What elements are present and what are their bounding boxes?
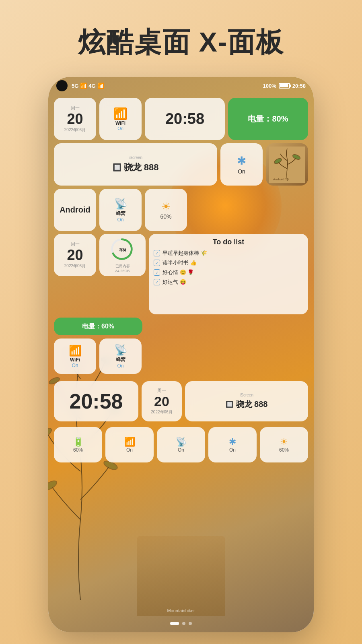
todo-item-4[interactable]: 好运气 😝 <box>154 279 186 286</box>
battery-green2-label: 电量：60% <box>82 322 114 331</box>
status-time: 20:58 <box>292 83 306 89</box>
svg-text:Android 10: Android 10 <box>273 178 289 181</box>
storage-circle: 存储 <box>110 237 136 263</box>
clock-widget[interactable]: 20:58 <box>145 98 225 140</box>
phone-screen: 5G 📶 4G 📶 100% 20:58 周一 20 2022年06月 <box>48 77 314 632</box>
brightness-ctrl-value: 60% <box>279 447 289 453</box>
cellular-ctrl-widget[interactable]: 📡 On <box>157 427 205 462</box>
signal-bars: 📶 <box>80 83 87 89</box>
cellular-widget[interactable]: 📡 蜂窝 On <box>99 189 142 231</box>
clock-lg-time: 20:58 <box>70 389 123 413</box>
month-label: 2022年06月 <box>64 127 86 133</box>
bluetooth-widget[interactable]: ✱ On <box>220 143 263 186</box>
chip2-icon: 🔲 <box>226 400 234 408</box>
battery-green-widget[interactable]: 电量：80% <box>228 98 308 140</box>
storage-inner-label: 存储 <box>119 248 126 253</box>
cellular-ctrl-status: On <box>178 447 184 453</box>
storage-used: 已用内容 <box>115 264 130 269</box>
phone-frame: 5G 📶 4G 📶 100% 20:58 周一 20 2022年06月 <box>48 77 314 632</box>
widgets-area: 周一 20 2022年06月 📶 WiFi On 20:58 电量：80% <box>54 98 308 234</box>
widget-row-2: iScreen 🔲 骁龙 888 ✱ On <box>54 143 308 186</box>
brightness-ctrl-widget[interactable]: ☀ 60% <box>260 427 308 462</box>
storage-widget[interactable]: 存储 已用内容 34.25GB <box>99 234 146 276</box>
svg-point-2 <box>48 427 53 439</box>
todo-item-3[interactable]: 好心情 😊 🌹 <box>154 269 194 276</box>
section2-row2: 电量：60% <box>54 318 308 335</box>
wifi2-widget[interactable]: 📶 WiFi On <box>54 339 96 374</box>
calendar2-dayname: 周一 <box>71 241 80 247</box>
chip2-info: 🔲 骁龙 888 <box>226 399 268 410</box>
section3: 20:58 周一 20 2022年06月 iScreen 🔲 骁龙 888 <box>54 381 308 425</box>
iscreen2-label: iScreen <box>240 393 253 397</box>
day-name: 周一 <box>71 105 80 111</box>
todo-check-2 <box>154 260 160 266</box>
chip-name: 骁龙 888 <box>124 161 159 173</box>
wifi-ctrl-status: On <box>126 447 133 453</box>
photo-widget[interactable]: Android 10 <box>266 143 308 186</box>
controls-row: 🔋 60% 📶 On 📡 On ✱ On ☀ 60% <box>54 427 308 462</box>
dot-3[interactable] <box>189 622 192 625</box>
cellular-icon: 📡 <box>114 198 127 210</box>
battery-fill <box>280 84 288 87</box>
page-title: 炫酷桌面 X-面板 <box>78 24 284 61</box>
todo-check-1 <box>154 250 160 256</box>
dot-1[interactable] <box>170 622 179 625</box>
clock-lg-widget[interactable]: 20:58 <box>54 381 138 421</box>
wifi-widget[interactable]: 📶 WiFi On <box>99 98 142 140</box>
battery-green2-widget[interactable]: 电量：60% <box>54 318 142 335</box>
bt-ctrl-icon: ✱ <box>229 437 236 447</box>
android-text: Android <box>60 205 90 215</box>
battery-ctrl-icon: 🔋 <box>73 437 84 447</box>
battery-pct: 100% <box>263 83 276 89</box>
cellular-status: On <box>117 217 123 223</box>
page-dots <box>170 622 192 625</box>
svg-point-0 <box>48 479 58 492</box>
calendar-widget[interactable]: 周一 20 2022年06月 <box>54 98 96 140</box>
signal-5g: 5G <box>72 83 78 89</box>
camera-hole <box>56 80 68 91</box>
wifi-name: WiFi <box>115 120 125 126</box>
calendar2-daynum: 20 <box>67 248 83 262</box>
status-right: 100% 20:58 <box>263 83 306 89</box>
status-bar: 5G 📶 4G 📶 100% 20:58 <box>48 77 314 95</box>
todo-text-2: 读半小时书 👍 <box>162 259 197 266</box>
snapdragon2-widget[interactable]: iScreen 🔲 骁龙 888 <box>185 381 308 421</box>
bt-ctrl-widget[interactable]: ✱ On <box>208 427 257 462</box>
chip-icon: 🔲 <box>113 163 121 172</box>
bt-ctrl-status: On <box>229 447 236 453</box>
storage-size: 34.25GB <box>115 269 130 273</box>
calendar2-widget[interactable]: 周一 20 2022年06月 <box>54 234 96 276</box>
calendar3-dayname: 周一 <box>157 388 166 394</box>
section3-row1: 20:58 周一 20 2022年06月 iScreen 🔲 骁龙 888 <box>54 381 308 421</box>
wifi2-name: WiFi <box>70 357 80 363</box>
bluetooth-icon: ✱ <box>237 154 246 167</box>
iscreen-label: iScreen <box>129 155 142 160</box>
cellular2-status: On <box>117 363 123 369</box>
todo-item-1[interactable]: 早睡早起身体棒 🌾 <box>154 250 207 257</box>
calendar3-month: 2022年06月 <box>151 409 172 415</box>
chip2-name: 骁龙 888 <box>236 399 268 410</box>
status-left: 5G 📶 4G 📶 <box>56 80 104 91</box>
brightness-value: 60% <box>160 213 171 220</box>
calendar3-widget[interactable]: 周一 20 2022年06月 <box>142 381 182 421</box>
cellular2-name: 蜂窝 <box>116 356 125 363</box>
wifi-ctrl-widget[interactable]: 📶 On <box>105 427 154 462</box>
todo-widget[interactable]: To do list 早睡早起身体棒 🌾 读半小时书 👍 好心情 😊 🌹 <box>149 234 308 314</box>
dot-2[interactable] <box>182 622 185 625</box>
wifi-ctrl-icon: 📶 <box>124 437 135 447</box>
signal-bars2: 📶 <box>97 83 104 89</box>
battery-ctrl-widget[interactable]: 🔋 60% <box>54 427 102 462</box>
section4: 🔋 60% 📶 On 📡 On ✱ On ☀ 60% <box>54 427 308 466</box>
vase-label: Mountainhiker <box>167 608 195 613</box>
clock-time: 20:58 <box>165 110 204 128</box>
wifi-status: On <box>117 126 123 131</box>
brightness-widget[interactable]: ☀ 60% <box>145 189 187 231</box>
android-widget[interactable]: Android <box>54 189 96 231</box>
todo-item-2[interactable]: 读半小时书 👍 <box>154 259 197 266</box>
brightness-ctrl-icon: ☀ <box>280 437 288 447</box>
brightness-icon: ☀ <box>161 200 171 213</box>
snapdragon-widget[interactable]: iScreen 🔲 骁龙 888 <box>54 143 217 186</box>
cellular2-widget[interactable]: 📡 蜂窝 On <box>99 339 142 374</box>
section2: 周一 20 2022年06月 存储 已用内容 34.25GB <box>54 234 308 377</box>
bluetooth-status: On <box>238 168 245 175</box>
